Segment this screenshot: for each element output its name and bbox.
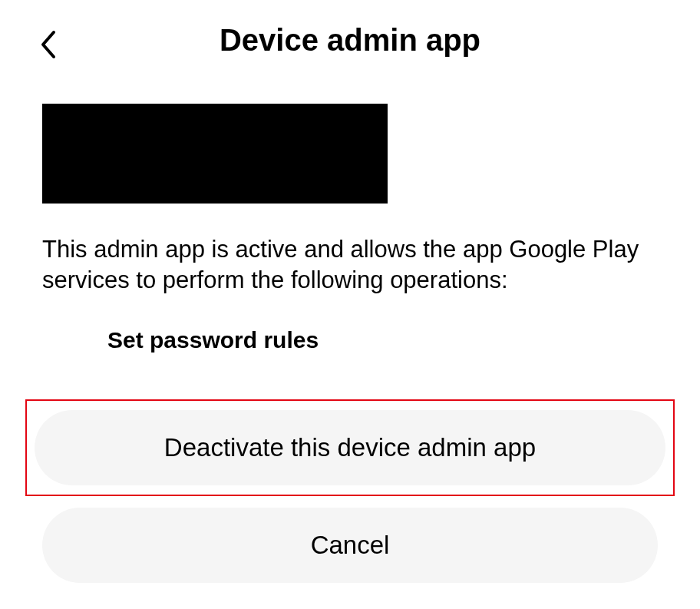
cancel-button[interactable]: Cancel xyxy=(42,508,658,583)
deactivate-button[interactable]: Deactivate this device admin app xyxy=(35,410,665,485)
operation-item: Set password rules xyxy=(42,327,658,353)
highlight-annotation: Deactivate this device admin app xyxy=(25,399,675,496)
admin-description: This admin app is active and allows the … xyxy=(42,234,658,296)
header: Device admin app xyxy=(0,0,700,81)
app-info-block xyxy=(42,104,388,204)
back-icon[interactable] xyxy=(38,29,60,63)
content-area: This admin app is active and allows the … xyxy=(0,104,700,598)
page-title: Device admin app xyxy=(31,23,669,58)
